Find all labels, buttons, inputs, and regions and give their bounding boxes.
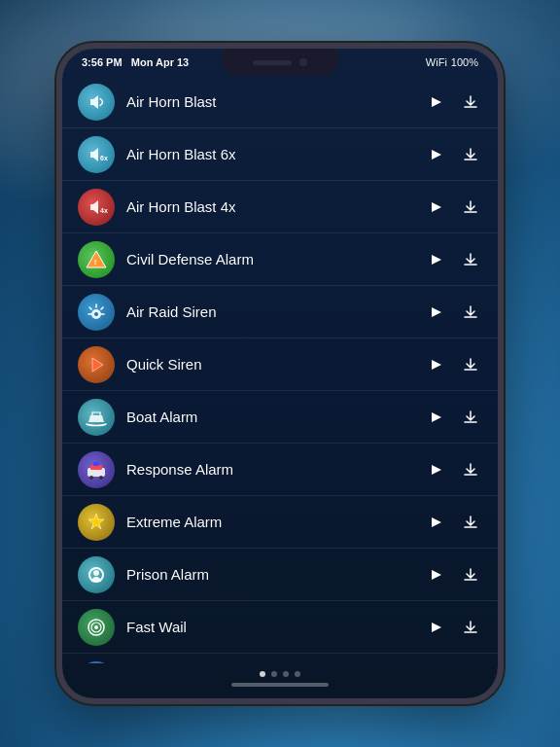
volume-up-button (56, 190, 58, 238)
mute-button (56, 146, 58, 175)
list-item-fast-wail[interactable]: Fast Wail (62, 601, 498, 654)
sounds-list: Air Horn Blast 6x Air Horn Blast 6x 4x A… (62, 72, 498, 663)
actions-fast-wail (424, 616, 482, 639)
download-button-quick-siren[interactable] (459, 353, 482, 376)
download-button-civil-defense-alarm[interactable] (459, 248, 482, 271)
svg-point-8 (99, 476, 103, 480)
list-item-air-raid-siren[interactable]: Air Raid Siren (62, 286, 498, 338)
page-dot-3 (283, 671, 289, 677)
volume-down-button (56, 248, 58, 297)
list-item-extreme-alarm[interactable]: Extreme Alarm (62, 496, 498, 549)
page-dot-2 (271, 671, 277, 677)
list-item-civil-defense-alarm[interactable]: ! Civil Defense Alarm (62, 233, 498, 286)
play-button-civil-defense-alarm[interactable] (424, 248, 447, 271)
bottom-bar (62, 663, 498, 698)
device-frame: 3:56 PM Mon Apr 13 WiFi 100% Air Horn Bl… (56, 43, 504, 704)
icon-air-horn-blast-6x: 6x (78, 136, 115, 173)
label-fast-wail: Fast Wail (126, 619, 424, 635)
battery-icon: 100% (451, 56, 478, 68)
download-button-extreme-alarm[interactable] (459, 511, 482, 534)
label-extreme-alarm: Extreme Alarm (126, 514, 424, 530)
svg-point-14 (94, 625, 98, 629)
icon-air-raid-siren (78, 294, 115, 331)
svg-point-7 (89, 476, 93, 480)
label-air-horn-blast: Air Horn Blast (126, 93, 424, 110)
actions-air-horn-blast-4x (424, 196, 482, 219)
label-prison-alarm: Prison Alarm (126, 566, 424, 583)
svg-text:6x: 6x (100, 155, 108, 161)
icon-fast-wail (78, 609, 115, 646)
screen: 3:56 PM Mon Apr 13 WiFi 100% Air Horn Bl… (62, 49, 498, 698)
home-indicator[interactable] (231, 683, 329, 687)
download-button-response-alarm[interactable] (459, 458, 482, 481)
play-button-air-horn-blast[interactable] (424, 90, 447, 114)
status-time: 3:56 PM Mon Apr 13 (82, 56, 189, 68)
actions-quick-siren (424, 353, 482, 376)
page-dot-1 (260, 671, 265, 677)
date-display: Mon Apr 13 (131, 56, 190, 68)
list-item-air-horn-blast-6x[interactable]: 6x Air Horn Blast 6x (62, 128, 498, 181)
svg-text:4x: 4x (100, 207, 108, 214)
download-button-air-raid-siren[interactable] (459, 301, 482, 324)
actions-air-raid-siren (424, 301, 482, 324)
icon-civil-defense-alarm: ! (78, 241, 115, 278)
list-item-air-horn-blast-4x[interactable]: 4x Air Horn Blast 4x (62, 181, 498, 233)
download-button-prison-alarm[interactable] (459, 563, 482, 587)
download-button-boat-alarm[interactable] (459, 406, 482, 429)
actions-prison-alarm (424, 563, 482, 587)
download-button-air-horn-blast-6x[interactable] (459, 143, 482, 166)
page-indicator (260, 671, 300, 677)
play-button-air-horn-blast-6x[interactable] (424, 143, 447, 166)
icon-quick-siren (78, 346, 115, 383)
label-air-horn-blast-6x: Air Horn Blast 6x (126, 146, 424, 162)
list-item-prison-alarm[interactable]: Prison Alarm (62, 549, 498, 601)
download-button-air-horn-blast[interactable] (459, 90, 482, 114)
speaker (253, 60, 292, 65)
icon-boat-alarm (78, 399, 115, 436)
list-item-incoming-alert[interactable]: Incoming Alert (62, 654, 498, 663)
play-button-air-horn-blast-4x[interactable] (424, 196, 447, 219)
label-air-raid-siren: Air Raid Siren (126, 303, 424, 320)
svg-point-4 (94, 312, 98, 316)
label-civil-defense-alarm: Civil Defense Alarm (126, 251, 424, 267)
play-button-prison-alarm[interactable] (424, 563, 447, 587)
actions-boat-alarm (424, 406, 482, 429)
svg-text:!: ! (94, 258, 97, 267)
label-response-alarm: Response Alarm (126, 461, 424, 478)
time-display: 3:56 PM (82, 56, 122, 68)
actions-civil-defense-alarm (424, 248, 482, 271)
device-notch (222, 49, 338, 76)
play-button-boat-alarm[interactable] (424, 406, 447, 429)
svg-rect-9 (93, 462, 99, 466)
label-air-horn-blast-4x: Air Horn Blast 4x (126, 198, 424, 215)
play-button-quick-siren[interactable] (424, 353, 447, 376)
play-button-extreme-alarm[interactable] (424, 511, 447, 534)
play-button-fast-wail[interactable] (424, 616, 447, 639)
status-indicators: WiFi 100% (426, 56, 478, 68)
icon-air-horn-blast (78, 84, 115, 121)
play-button-response-alarm[interactable] (424, 458, 447, 481)
list-item-air-horn-blast[interactable]: Air Horn Blast (62, 76, 498, 128)
download-button-fast-wail[interactable] (459, 616, 482, 639)
icon-response-alarm (78, 451, 115, 488)
play-button-air-raid-siren[interactable] (424, 301, 447, 324)
actions-extreme-alarm (424, 511, 482, 534)
label-boat-alarm: Boat Alarm (126, 409, 424, 425)
wifi-icon: WiFi (426, 56, 447, 68)
label-quick-siren: Quick Siren (126, 356, 424, 373)
actions-response-alarm (424, 458, 482, 481)
icon-air-horn-blast-4x: 4x (78, 189, 115, 226)
power-button (502, 165, 504, 224)
actions-air-horn-blast-6x (424, 143, 482, 166)
svg-point-11 (93, 570, 99, 576)
camera (299, 58, 307, 66)
icon-extreme-alarm (78, 504, 115, 541)
list-item-response-alarm[interactable]: Response Alarm (62, 444, 498, 496)
icon-prison-alarm (78, 556, 115, 593)
actions-air-horn-blast (424, 90, 482, 114)
download-button-air-horn-blast-4x[interactable] (459, 196, 482, 219)
list-item-boat-alarm[interactable]: Boat Alarm (62, 391, 498, 444)
list-item-quick-siren[interactable]: Quick Siren (62, 338, 498, 391)
page-dot-4 (295, 671, 300, 677)
